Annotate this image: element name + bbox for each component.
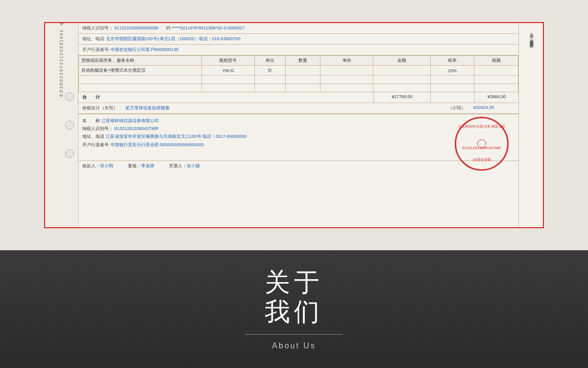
- seller-tax-value: 91321281339043798F: [115, 126, 159, 131]
- cell-taxrate: 15%: [430, 66, 474, 76]
- sign-issuer: 开票人：张小丽: [169, 163, 200, 169]
- code-label: 码: [166, 26, 171, 30]
- empty2-cell-4: [285, 84, 320, 92]
- tax-value: 911310100000000000: [115, 26, 159, 30]
- total-chinese: 贰万零肆佰贰拾肆圆整: [122, 103, 444, 113]
- table-empty-row-1: [79, 76, 518, 84]
- total-label: 价税合计（大写）: [78, 103, 122, 113]
- cell-model: YM-G: [202, 66, 255, 76]
- document-section: ES350220721(2023)341号 第二联：发票联（购买方记账联） 纳税…: [0, 0, 588, 250]
- empty2-cell-5: [320, 84, 373, 92]
- bank-label: 开户行及账号: [82, 47, 109, 52]
- col-header-model: 规格型号: [202, 56, 255, 66]
- empty2-cell-1: [79, 84, 202, 92]
- company-stamp: 江苏维科特仪器仪表有限公司 91321281339043798F （发票专用章）: [455, 117, 509, 171]
- cell-name: 其他机械设备+便携式水分测定仪: [79, 66, 202, 76]
- addr-label: 地址、电话: [82, 36, 104, 41]
- seller-name-row: 名 称 江苏维科特仪器仪表有限公司: [82, 117, 514, 125]
- hole-2: [65, 121, 74, 130]
- sum-tax: ¥2664.00: [474, 92, 518, 103]
- about-divider: [245, 334, 343, 335]
- hole-1: [65, 92, 74, 101]
- about-title: 关于我们: [265, 268, 323, 327]
- table-row: 其他机械设备+便携式水分测定仪 YM-G 台 15%: [79, 66, 518, 76]
- about-section: 关于我们 About Us: [0, 250, 588, 368]
- invoice-content: 纳税人识别号： 911310100000000000 码 *****02114*…: [78, 23, 518, 227]
- empty-cell-2: [202, 76, 255, 84]
- seller-info: 名 称 江苏维科特仪器仪表有限公司 纳税人识别号： 91321281339043…: [78, 114, 518, 160]
- seller-addr-value: 江苏省淮安市开发区梅香路与天津路交叉口100号 电话：0517-80000000: [106, 134, 247, 139]
- empty-cell-5: [320, 76, 373, 84]
- buyer-bank-row: 开户行及账号 中国农业银行公司客户0000000135: [78, 45, 518, 55]
- cell-tax: [474, 66, 518, 76]
- reviewer-name: 李老师: [141, 163, 154, 168]
- invoice-table: 货物或应税劳务、服务名称 规格型号 单位 数量 单价 金额 税率 税额 其他机械…: [78, 55, 518, 92]
- sign-reviewer: 复核：李老师: [128, 163, 154, 169]
- seller-addr-label: 地址、电话: [82, 134, 106, 139]
- payee-name: 张小明: [100, 163, 113, 168]
- col-header-unit: 单位: [254, 56, 285, 66]
- empty-cell-1: [79, 76, 202, 84]
- sum-row: 合 计 ¥17760.00 ¥2664.00: [78, 92, 518, 103]
- seller-tax-row: 纳税人识别号： 91321281339043798F: [82, 125, 514, 132]
- col-header-price: 单价: [320, 56, 373, 66]
- sign-row: 收款人：张小明 复核：李老师 开票人：张小丽: [78, 160, 518, 171]
- buyer-address-row: 地址、电话 北京市朝阳区建国路100号1单元1层（100022）电话：010-6…: [78, 34, 518, 45]
- spine: ES350220721(2023)341号: [45, 23, 78, 227]
- seller-name-value: 江苏维科特仪器仪表有限公司: [101, 118, 159, 123]
- seller-section: 名 称 江苏维科特仪器仪表有限公司 纳税人识别号： 91321281339043…: [78, 114, 518, 160]
- issuer-name: 张小丽: [187, 163, 200, 168]
- col-header-tax: 税额: [474, 56, 518, 66]
- seller-name-label: 名 称: [82, 118, 101, 123]
- col-header-taxrate: 税率: [430, 56, 474, 66]
- stamp-bottom-text: （发票专用章）: [470, 158, 494, 162]
- hole-3: [65, 149, 74, 158]
- sum-amount: ¥17760.00: [373, 92, 431, 103]
- stamp-inner-circle: [477, 139, 486, 148]
- code-value: *****02114*8*9011308*02-3-0000027: [172, 26, 245, 30]
- addr-value: 北京市朝阳区建国路100号1单元1层（100022）电话：010-6360070…: [106, 36, 241, 41]
- col-header-qty: 数量: [285, 56, 320, 66]
- seller-addr-row: 地址、电话 江苏省淮安市开发区梅香路与天津路交叉口100号 电话：0517-80…: [82, 132, 514, 140]
- tax-label: 纳税人识别号：: [82, 26, 113, 30]
- empty-cell-8: [474, 76, 518, 84]
- empty-cell-6: [373, 76, 430, 84]
- sum-tax-rate: [430, 92, 474, 103]
- total-small: ¥20424.00: [469, 103, 518, 113]
- sum-label: 合 计: [78, 92, 373, 103]
- empty2-cell-8: [474, 84, 518, 92]
- stamp-top-text: 江苏维科特仪器仪表有限公司: [458, 124, 506, 130]
- empty-cell-7: [430, 76, 474, 84]
- col-header-name: 货物或应税劳务、服务名称: [79, 56, 202, 66]
- spine-text: ES350220721(2023)341号: [58, 28, 65, 97]
- total-row: 价税合计（大写） 贰万零肆佰贰拾肆圆整 （小写） ¥20424.00: [78, 103, 518, 114]
- bank-value: 中国农业银行公司客户0000000135: [110, 47, 179, 52]
- cell-unit: 台: [254, 66, 285, 76]
- cell-price: [320, 66, 373, 76]
- cell-qty: [285, 66, 320, 76]
- table-header-row: 货物或应税劳务、服务名称 规格型号 单位 数量 单价 金额 税率 税额: [79, 56, 518, 66]
- seller-tax-label: 纳税人识别号：: [82, 126, 113, 131]
- about-subtitle: About Us: [272, 342, 316, 350]
- empty2-cell-3: [254, 84, 285, 92]
- right-col-label: 第二联：发票联（购买方记账联）: [528, 30, 534, 42]
- seller-bank-row: 开户行及账号 中国银行淮安分行营业部 000000000000000000: [82, 141, 514, 149]
- empty2-cell-7: [430, 84, 474, 92]
- empty2-cell-2: [202, 84, 255, 92]
- empty2-cell-6: [373, 84, 430, 92]
- spine-holes: [65, 92, 74, 158]
- total-small-label: （小写）: [444, 103, 469, 113]
- seller-bank-value: 中国银行淮安分行营业部 000000000000000000: [110, 142, 204, 147]
- empty-cell-4: [285, 76, 320, 84]
- cell-amount: [373, 66, 430, 76]
- buyer-tax-row: 纳税人识别号： 911310100000000000 码 *****02114*…: [78, 23, 518, 34]
- empty-cell-3: [254, 76, 285, 84]
- invoice-container: ES350220721(2023)341号 第二联：发票联（购买方记账联） 纳税…: [44, 22, 544, 228]
- col-header-amount: 金额: [373, 56, 430, 66]
- right-column: 第二联：发票联（购买方记账联）: [518, 23, 543, 227]
- seller-bank-label: 开户行及账号: [82, 142, 110, 147]
- table-empty-row-2: [79, 84, 518, 92]
- sign-payee: 收款人：张小明: [82, 163, 113, 169]
